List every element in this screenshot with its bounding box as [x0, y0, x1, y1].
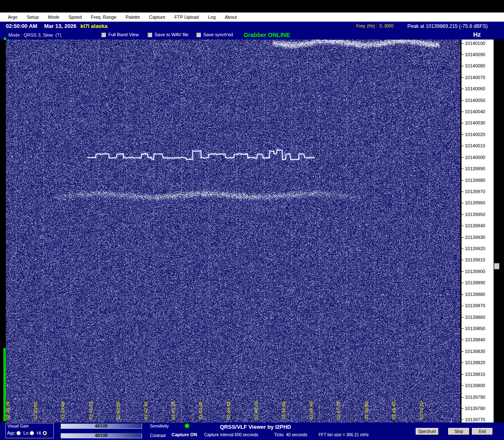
menu-item-ftp-upload[interactable]: FTP Upload [170, 15, 204, 20]
visual-gain-group: Visual Gain AgcLoHi [5, 423, 54, 438]
freq-tick [462, 271, 464, 272]
radio-circle[interactable] [30, 431, 34, 435]
time-tick-label: 02:48:00 [364, 402, 369, 420]
recording-indicator [4, 37, 6, 40]
freq-value: 10139990 [465, 167, 485, 171]
freq-tick-label: 10139770 [462, 418, 485, 422]
checkbox-save-synch-ed[interactable]: Save synch'ed [196, 32, 233, 37]
freq-tick [462, 374, 464, 375]
freq-value: 10139790 [465, 395, 485, 400]
freq-tick-label: 10140000 [462, 155, 485, 160]
time-tick-label: 02:46:00 [281, 402, 286, 420]
exit-button[interactable]: Exit [472, 428, 493, 435]
freq-range-readout: Freq. (Hz) : 0..3000 [356, 24, 393, 28]
scrollbar-thumb[interactable] [494, 263, 499, 269]
freq-tick [462, 363, 464, 363]
time-tick-label: 02:42:00 [116, 402, 121, 420]
time-tick-label: 02:43:20 [171, 402, 176, 420]
freq-tick [462, 134, 464, 135]
freq-value: 10139940 [465, 224, 485, 228]
freq-tick-label: 10139950 [462, 212, 485, 217]
freq-tick [462, 306, 464, 306]
freq-value: 10140000 [465, 155, 485, 160]
freq-value: 10140060 [465, 87, 485, 91]
freq-tick-label: 10139980 [462, 178, 485, 183]
freq-tick [462, 180, 464, 181]
freq-value: 10140010 [465, 144, 485, 148]
freq-tick-label: 10139990 [462, 167, 485, 171]
freq-value: 10139900 [465, 269, 485, 274]
freq-tick-label: 10139900 [462, 269, 485, 274]
radio-lo[interactable]: Lo [23, 430, 34, 435]
menu-item-freq-range[interactable]: Freq. Range [86, 15, 121, 20]
radio-circle[interactable] [42, 431, 47, 435]
checkbox-box [147, 32, 152, 37]
checkbox-label: Save synch'ed [203, 32, 233, 37]
freq-tick-label: 10140040 [462, 109, 485, 114]
fft-bin-label: FFT bin size = 366.21 mHz [319, 433, 369, 437]
freq-tick [462, 191, 464, 192]
slider-contrast[interactable]: 40/100 [60, 433, 142, 438]
checkbox-full-band-view[interactable]: Full Band View [101, 32, 139, 37]
freq-tick-label: 10140060 [462, 87, 485, 91]
spectrogram-canvas[interactable] [6, 40, 460, 423]
radio-agc[interactable]: Agc [7, 430, 21, 435]
menu-item-log[interactable]: Log [203, 15, 220, 20]
freq-tick [462, 249, 464, 249]
freq-value: 10139970 [465, 189, 485, 194]
freq-value: 10139820 [465, 360, 485, 365]
spectrum-button[interactable]: Spectrum [416, 428, 439, 435]
menu-item-mode[interactable]: Mode [43, 15, 64, 20]
clock: 02:50:00 AM [6, 23, 37, 29]
freq-tick [462, 397, 464, 398]
freq-tick-label: 10139850 [462, 326, 485, 331]
radio-circle[interactable] [16, 431, 21, 435]
checkbox-label: Save to WAV file [155, 32, 188, 37]
callsign: kl7l alaska [80, 23, 107, 29]
capture-status: Capture ON [172, 432, 197, 437]
freq-tick [462, 237, 464, 238]
capture-indicator [185, 423, 190, 428]
menu-item-setup[interactable]: Setup [22, 15, 43, 20]
freq-tick [462, 169, 464, 169]
checkbox-save-to-wav-file[interactable]: Save to WAV file [147, 32, 188, 37]
radio-label: Agc [7, 430, 15, 435]
slider-label-sensitivity: Sensitivity [150, 424, 169, 428]
grabber-status: Grabber ONLINE [244, 32, 290, 38]
freq-tick-label: 10139860 [462, 315, 485, 320]
menu-item-capture[interactable]: Capture [145, 15, 170, 20]
freq-value: 10140050 [465, 98, 485, 103]
freq-value: 10139920 [465, 246, 485, 251]
freq-tick [462, 100, 464, 101]
mode-label: Mode : QRSS 3, Slow (T) [8, 32, 61, 37]
date: Mar 13, 2026 [44, 23, 76, 29]
menu-item-argo[interactable]: Argo [3, 15, 22, 20]
radio-hi[interactable]: Hi [37, 430, 47, 435]
menu-item-speed[interactable]: Speed [64, 15, 87, 20]
checkbox-label: Full Band View [108, 32, 139, 37]
checkbox-box [101, 32, 106, 37]
time-tick-label: 02:40:40 [60, 402, 65, 420]
freq-tick-label: 10140030 [462, 121, 485, 125]
slider-sensitivity[interactable]: 40/100 [60, 423, 142, 429]
freq-tick-label: 10139820 [462, 360, 485, 365]
freq-tick [462, 283, 464, 283]
freq-tick [462, 385, 464, 386]
freq-value: 10139850 [465, 326, 485, 331]
freq-value: 10140030 [465, 121, 485, 125]
time-tick-label: 02:39:20 [5, 402, 10, 420]
menu-item-about[interactable]: About [220, 15, 242, 20]
freq-value: 10140100 [465, 41, 485, 46]
time-tick-label: 02:45:20 [254, 402, 259, 420]
stop-button[interactable]: Stop [448, 428, 469, 435]
freq-tick-label: 10139930 [462, 235, 485, 240]
freq-value: 10140080 [465, 64, 485, 68]
status-row: 02:50:00 AM Mar 13, 2026 kl7l alaska Fre… [0, 22, 504, 31]
freq-tick-label: 10139790 [462, 395, 485, 400]
freq-tick-label: 10140070 [462, 75, 485, 80]
time-tick-label: 02:41:20 [88, 402, 93, 420]
slider-value: 40/100 [61, 433, 142, 438]
freq-tick-label: 10140080 [462, 64, 485, 68]
menu-item-palette[interactable]: Palette [121, 15, 145, 20]
freq-value: 10139770 [465, 418, 485, 422]
